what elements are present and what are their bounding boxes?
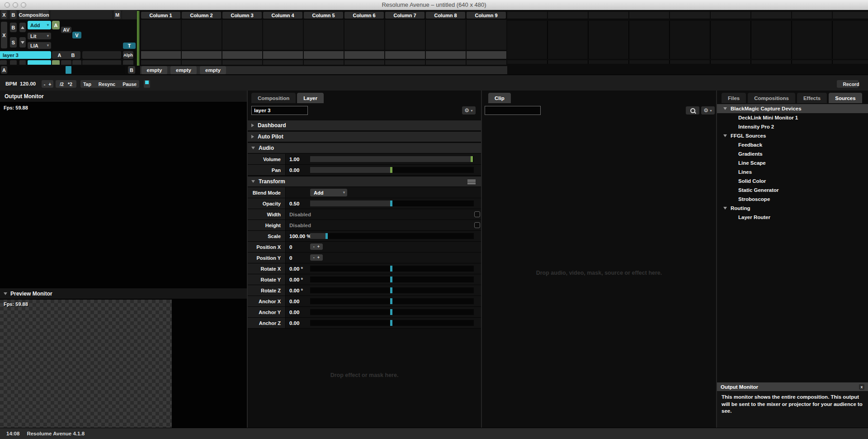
collapse-icon[interactable] (251, 180, 255, 183)
bpm-stepper[interactable]: -+ (42, 80, 53, 88)
menu-icon[interactable] (467, 179, 476, 185)
column-header-1[interactable]: Column 1 (141, 12, 180, 19)
param-slider[interactable] (310, 298, 474, 304)
layer-name[interactable]: layer 3 (0, 51, 51, 59)
tree-item-ffgl-sources[interactable]: FFGL Sources (717, 131, 868, 140)
crossfader-handle[interactable] (66, 66, 71, 74)
composition-button[interactable]: Composition (19, 10, 49, 19)
layer-ab-group[interactable]: AB (52, 51, 80, 59)
column-header-4[interactable]: Column 4 (263, 12, 302, 19)
layer-x-button[interactable]: X (1, 22, 7, 48)
blend-mode-dropdown[interactable]: Add▼ (310, 189, 347, 196)
tree-item-static-generator[interactable]: Static Generator (717, 186, 868, 195)
resync-button[interactable]: Resync (99, 81, 115, 87)
crossfader-slider[interactable] (8, 66, 125, 74)
title-bar[interactable]: Resolume Avenue – untitled (640 x 480) (0, 0, 868, 10)
param-slider[interactable] (310, 266, 474, 272)
param-value[interactable]: 0.00 (289, 320, 310, 326)
layer-lit-dropdown[interactable]: Lit▼ (28, 33, 51, 39)
value-stepper[interactable]: -+ (310, 243, 323, 250)
tree-item-decklink-mini-monitor-1[interactable]: DeckLink Mini Monitor 1 (717, 113, 868, 122)
slider-handle[interactable] (471, 156, 473, 162)
tab-effects[interactable]: Effects (797, 93, 827, 103)
tree-item-blackmagic-capture-devices[interactable]: BlackMagic Capture Devices (717, 104, 868, 113)
layer-lia-dropdown[interactable]: LIA▼ (28, 42, 51, 49)
slider-handle[interactable] (390, 309, 392, 315)
tree-item-line-scape[interactable]: Line Scape (717, 158, 868, 167)
param-slider[interactable] (310, 200, 474, 206)
value-stepper[interactable]: -+ (310, 254, 323, 261)
tree-item-intensity-pro-2[interactable]: Intensity Pro 2 (717, 122, 868, 131)
layer-bypass-button[interactable]: B (10, 23, 17, 32)
empty-clip-button[interactable]: empty (170, 66, 197, 74)
param-value[interactable]: 0.00 ° (289, 266, 310, 272)
preview-monitor-header[interactable]: Preview Monitor (0, 288, 247, 299)
param-slider[interactable] (310, 233, 474, 239)
composition-m-button[interactable]: M (114, 10, 121, 19)
slider-handle[interactable] (390, 277, 392, 282)
collapse-icon[interactable] (723, 134, 727, 137)
column-header-2[interactable]: Column 2 (182, 12, 221, 19)
column-header-8[interactable]: Column 8 (426, 12, 465, 19)
param-value[interactable]: 1.00 (289, 157, 310, 162)
tab-compositions[interactable]: Compositions (748, 93, 795, 103)
layer-down-icon[interactable] (19, 37, 26, 48)
param-value[interactable]: 0.00 (289, 310, 310, 315)
section-header-transform[interactable]: Transform (248, 176, 481, 187)
param-value[interactable]: Disabled (289, 212, 311, 217)
slider-handle[interactable] (390, 167, 392, 173)
tree-item-gradients[interactable]: Gradients (717, 149, 868, 158)
clip-name-cells-row[interactable] (141, 51, 507, 59)
layer-up-icon[interactable] (19, 23, 26, 32)
bpm-divide-multiply[interactable]: /2*2 (56, 80, 76, 88)
column-header-9[interactable]: Column 9 (467, 12, 506, 19)
expand-icon[interactable] (251, 124, 254, 127)
tab-composition[interactable]: Composition (251, 93, 296, 103)
clip-gear-button[interactable]: ⚙▼ (701, 106, 715, 115)
param-value[interactable]: 0.00 ° (289, 277, 310, 282)
layer-blend-dropdown[interactable]: Add▼ (28, 21, 51, 29)
param-value[interactable]: 100.00 % (289, 234, 310, 239)
layer-av-button[interactable]: AV (61, 27, 71, 33)
layer-solo-button[interactable]: S (10, 37, 17, 48)
slider-handle[interactable] (390, 287, 392, 293)
collapse-icon[interactable] (251, 147, 255, 149)
param-slider[interactable] (310, 277, 474, 282)
column-header-6[interactable]: Column 6 (344, 12, 384, 19)
slider-handle[interactable] (390, 200, 392, 206)
param-slider[interactable] (310, 309, 474, 315)
clip-cells-row[interactable] (141, 20, 507, 50)
param-value[interactable]: 0 (289, 255, 310, 261)
section-header-auto-pilot[interactable]: Auto Pilot (248, 131, 481, 142)
tab-layer[interactable]: Layer (297, 93, 324, 103)
slider-handle[interactable] (390, 266, 392, 272)
section-header-audio[interactable]: Audio (248, 143, 481, 153)
pause-button[interactable]: Pause (123, 81, 137, 87)
column-header-3[interactable]: Column 3 (222, 12, 262, 19)
crossfader-b-button[interactable]: B (128, 66, 135, 74)
layer-gear-button[interactable]: ⚙▼ (462, 106, 476, 115)
param-slider[interactable] (310, 320, 474, 326)
record-button[interactable]: Record (837, 80, 859, 88)
param-value[interactable]: 0.00 (289, 299, 310, 304)
tree-item-layer-router[interactable]: Layer Router (717, 213, 868, 222)
tree-item-lines[interactable]: Lines (717, 167, 868, 177)
param-value[interactable]: 0.00 (289, 167, 310, 173)
close-icon[interactable]: x (859, 384, 864, 390)
collapse-icon[interactable] (723, 107, 727, 110)
section-header-dashboard[interactable]: Dashboard (248, 120, 481, 131)
composition-b-button[interactable]: B (10, 10, 17, 19)
param-value[interactable]: Disabled (289, 223, 311, 228)
param-value[interactable]: 0.50 (289, 201, 310, 206)
column-header-7[interactable]: Column 7 (385, 12, 425, 19)
tap-button[interactable]: Tap (83, 81, 91, 87)
layer-v-button[interactable]: V (72, 32, 81, 38)
param-slider[interactable] (310, 287, 474, 293)
tree-item-solid-color[interactable]: Solid Color (717, 177, 868, 186)
param-value[interactable]: 0.00 ° (289, 288, 310, 293)
layer-t-button[interactable]: T (123, 43, 136, 49)
slider-handle[interactable] (326, 233, 328, 239)
tree-item-routing[interactable]: Routing (717, 204, 868, 213)
param-slider[interactable] (310, 156, 474, 162)
tree-item-stroboscope[interactable]: Stroboscope (717, 195, 868, 204)
